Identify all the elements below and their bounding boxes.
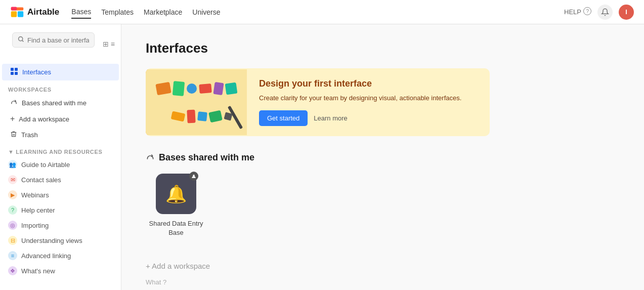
base-icon: 🔔	[156, 174, 196, 214]
avatar-initials: I	[625, 8, 627, 16]
nav-marketplace[interactable]: Marketplace	[144, 6, 182, 18]
what-tooltip: What ?	[146, 278, 166, 286]
add-workspace-label: Add a workspace	[19, 115, 69, 123]
svg-rect-11	[15, 72, 18, 75]
promo-actions: Get started Learn more	[259, 110, 478, 126]
help-button[interactable]: HELP ?	[564, 7, 591, 17]
user-avatar[interactable]: I	[619, 5, 634, 20]
svg-rect-3	[11, 7, 17, 10]
logo[interactable]: Airtable	[10, 5, 59, 19]
sidebar-item-interfaces[interactable]: Interfaces	[2, 64, 119, 80]
trash-label: Trash	[21, 131, 38, 139]
trash-icon	[10, 131, 17, 139]
base-grid: 🔔 Shared Data Entry Base	[146, 174, 620, 237]
grid-view-icon[interactable]: ⊞	[103, 40, 109, 48]
logo-text: Airtable	[27, 7, 59, 17]
nav-templates[interactable]: Templates	[101, 6, 134, 18]
sidebar-item-help[interactable]: ? Help center	[0, 202, 121, 218]
sidebar-item-views[interactable]: ⊟ Understanding views	[0, 233, 121, 248]
base-name: Shared Data Entry Base	[146, 219, 206, 237]
shared-bases-icon	[146, 152, 155, 163]
base-card-shared-data-entry[interactable]: 🔔 Shared Data Entry Base	[146, 174, 206, 237]
svg-rect-0	[11, 11, 17, 17]
interfaces-icon	[10, 67, 18, 77]
bell-icon: 🔔	[165, 184, 187, 204]
svg-text:?: ?	[586, 9, 589, 14]
sidebar-item-whatsnew[interactable]: ❖ What's new	[0, 263, 121, 278]
svg-rect-9	[15, 68, 18, 71]
promo-banner: Design your first interface Create clari…	[146, 68, 490, 136]
main-content: Interfaces	[121, 24, 644, 290]
importing-icon: ◎	[8, 221, 17, 230]
contact-icon: ✉	[8, 175, 17, 184]
guide-label: Guide to Airtable	[21, 161, 70, 169]
learning-section-label: ▼ LEARNING AND RESOURCES	[0, 143, 121, 157]
shared-label: Bases shared with me	[22, 99, 87, 107]
whatsnew-icon: ❖	[8, 266, 17, 275]
webinars-label: Webinars	[21, 191, 49, 199]
guide-icon: 👥	[8, 160, 17, 169]
help-center-label: Help center	[21, 206, 55, 214]
promo-title: Design your first interface	[259, 78, 478, 89]
svg-line-7	[22, 40, 24, 42]
workspaces-section-label: WORKSPACES	[0, 80, 121, 95]
layout: ⊞ ≡ Interfaces WORKSPACES Bases shared w…	[0, 24, 644, 290]
notifications-button[interactable]	[597, 5, 613, 20]
sidebar-item-linking[interactable]: ≡ Advanced linking	[0, 248, 121, 263]
nav-bases[interactable]: Bases	[71, 6, 91, 19]
sidebar-item-guide[interactable]: 👥 Guide to Airtable	[0, 157, 121, 172]
topnav-right: HELP ? I	[564, 5, 634, 20]
search-icon	[18, 36, 24, 44]
sidebar-item-webinars[interactable]: ▶ Webinars	[0, 187, 121, 202]
page-title: Interfaces	[146, 40, 620, 56]
promo-description: Create clarity for your team by designin…	[259, 93, 478, 103]
contact-label: Contact sales	[21, 176, 61, 184]
whatsnew-label: What's new	[21, 267, 55, 275]
bases-section-title: Bases shared with me	[159, 152, 254, 163]
nav-universe[interactable]: Universe	[192, 6, 220, 18]
svg-rect-1	[18, 11, 23, 17]
search-container	[12, 32, 95, 48]
topnav-links: Bases Templates Marketplace Universe	[71, 6, 564, 19]
sidebar-item-trash[interactable]: Trash	[2, 127, 119, 143]
linking-icon: ≡	[8, 251, 17, 260]
topnav: Airtable Bases Templates Marketplace Uni…	[0, 0, 644, 24]
add-workspace-label: + Add a workspace	[146, 262, 210, 270]
help-icon: ?	[583, 7, 591, 17]
add-icon: +	[10, 114, 15, 123]
sidebar: ⊞ ≡ Interfaces WORKSPACES Bases shared w…	[0, 24, 121, 290]
search-input[interactable]	[27, 36, 89, 44]
views-label: Understanding views	[21, 237, 82, 244]
sidebar-item-shared[interactable]: Bases shared with me	[2, 95, 119, 111]
bases-section-header: Bases shared with me	[146, 152, 620, 163]
get-started-button[interactable]: Get started	[259, 110, 308, 126]
sidebar-item-contact[interactable]: ✉ Contact sales	[0, 172, 121, 187]
what-label: What ?	[146, 278, 166, 286]
base-notification-badge	[189, 172, 198, 181]
webinars-icon: ▶	[8, 190, 17, 199]
linking-label: Advanced linking	[21, 252, 71, 260]
promo-image	[146, 69, 247, 135]
list-view-icon[interactable]: ≡	[111, 40, 115, 48]
shared-icon	[10, 98, 18, 107]
help-center-icon: ?	[8, 205, 17, 215]
svg-rect-8	[11, 68, 14, 71]
promo-content: Design your first interface Create clari…	[247, 68, 490, 136]
add-workspace-button[interactable]: + Add a workspace	[146, 258, 620, 274]
svg-rect-10	[11, 72, 14, 75]
sidebar-item-importing[interactable]: ◎ Importing	[0, 218, 121, 233]
help-label: HELP	[564, 8, 581, 16]
importing-label: Importing	[21, 222, 49, 229]
sidebar-item-add-workspace[interactable]: + Add a workspace	[2, 111, 119, 127]
learn-more-button[interactable]: Learn more	[314, 114, 347, 122]
views-icon: ⊟	[8, 236, 17, 245]
interfaces-label: Interfaces	[22, 68, 51, 76]
